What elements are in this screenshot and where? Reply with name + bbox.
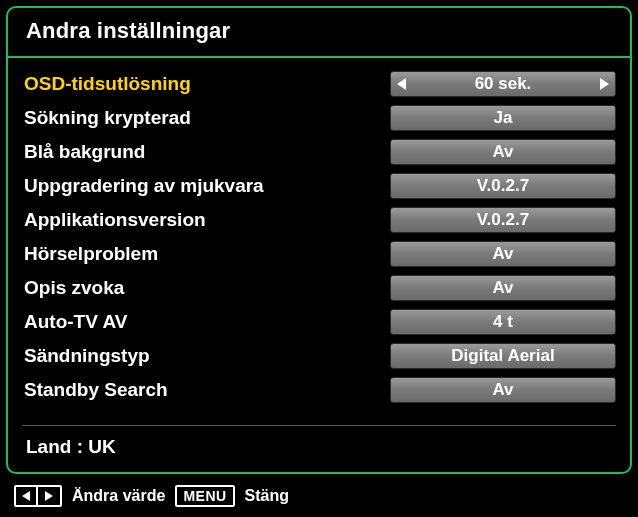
hint-change-value: Ändra värde (72, 487, 165, 505)
setting-value[interactable]: V.0.2.7 (390, 173, 616, 199)
setting-value-text: Av (492, 380, 513, 400)
settings-row[interactable]: ApplikationsversionV.0.2.7 (22, 204, 616, 236)
settings-row[interactable]: OSD-tidsutlösning60 sek. (22, 68, 616, 100)
settings-panel: Andra inställningar OSD-tidsutlösning60 … (6, 6, 632, 474)
arrow-right-icon (45, 491, 53, 501)
page-title: Andra inställningar (26, 18, 612, 44)
screen: Andra inställningar OSD-tidsutlösning60 … (0, 0, 638, 517)
setting-value-text: Digital Aerial (451, 346, 554, 366)
setting-label: OSD-tidsutlösning (22, 73, 390, 95)
settings-row[interactable]: Auto-TV AV4 t (22, 306, 616, 338)
setting-value-text: Av (492, 142, 513, 162)
setting-label: Applikationsversion (22, 209, 390, 231)
setting-value-text: Av (492, 278, 513, 298)
setting-label: Hörselproblem (22, 243, 390, 265)
setting-label: Opis zvoka (22, 277, 390, 299)
setting-label: Sökning krypterad (22, 107, 390, 129)
setting-label: Blå bakgrund (22, 141, 390, 163)
settings-row[interactable]: Uppgradering av mjukvaraV.0.2.7 (22, 170, 616, 202)
settings-row[interactable]: Opis zvokaAv (22, 272, 616, 304)
setting-label: Standby Search (22, 379, 390, 401)
hint-close: Stäng (245, 487, 289, 505)
setting-value[interactable]: Digital Aerial (390, 343, 616, 369)
settings-row[interactable]: HörselproblemAv (22, 238, 616, 270)
arrow-left-icon (22, 491, 30, 501)
setting-label: Auto-TV AV (22, 311, 390, 333)
left-right-key-icon (14, 485, 62, 507)
settings-row[interactable]: Standby SearchAv (22, 374, 616, 406)
settings-row[interactable]: Blå bakgrundAv (22, 136, 616, 168)
setting-value-text: V.0.2.7 (477, 210, 529, 230)
menu-key-icon: MENU (175, 485, 234, 507)
title-bar: Andra inställningar (8, 8, 630, 58)
settings-row[interactable]: SändningstypDigital Aerial (22, 340, 616, 372)
setting-value-text: Ja (494, 108, 513, 128)
setting-value-text: Av (492, 244, 513, 264)
setting-value[interactable]: 60 sek. (390, 71, 616, 97)
setting-value[interactable]: Ja (390, 105, 616, 131)
arrow-left-icon[interactable] (397, 78, 406, 90)
setting-value[interactable]: Av (390, 377, 616, 403)
setting-value-text: 4 t (493, 312, 513, 332)
setting-label: Uppgradering av mjukvara (22, 175, 390, 197)
setting-value[interactable]: Av (390, 241, 616, 267)
setting-value[interactable]: Av (390, 139, 616, 165)
setting-value[interactable]: 4 t (390, 309, 616, 335)
footer-hints: Ändra värde MENU Stäng (14, 485, 289, 507)
arrow-right-icon[interactable] (600, 78, 609, 90)
country-label: Land : UK (26, 436, 116, 458)
setting-value-text: 60 sek. (475, 74, 532, 94)
divider (22, 425, 616, 426)
setting-value-text: V.0.2.7 (477, 176, 529, 196)
setting-value[interactable]: V.0.2.7 (390, 207, 616, 233)
setting-value[interactable]: Av (390, 275, 616, 301)
settings-row[interactable]: Sökning krypteradJa (22, 102, 616, 134)
settings-list: OSD-tidsutlösning60 sek.Sökning kryptera… (8, 58, 630, 406)
setting-label: Sändningstyp (22, 345, 390, 367)
